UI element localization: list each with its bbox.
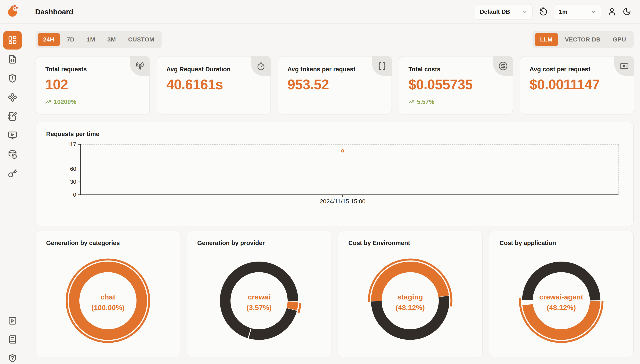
sidebar-item-file-code[interactable]: [6, 53, 19, 66]
sidebar-item-dashboard[interactable]: [3, 31, 22, 50]
tab-vector-db[interactable]: VECTOR DB: [559, 33, 606, 46]
tab-gpu[interactable]: GPU: [608, 33, 632, 46]
x-axis-tick: [342, 195, 343, 197]
app-root: Dashboard Default DB 1m 24H7D1M3MCUSTOM …: [0, 0, 640, 364]
stat-card: Avg tokens per request953.52: [278, 56, 392, 114]
chevron-down-icon: [591, 9, 596, 14]
square-play-icon: [8, 316, 17, 325]
tab-label: 3M: [108, 36, 116, 43]
x-axis-line: [80, 194, 618, 195]
tab-label: 24H: [43, 36, 54, 43]
sidebar-item-shield-alert[interactable]: [6, 72, 19, 85]
stat-card-title: Total costs: [408, 66, 440, 73]
key-icon: [8, 169, 17, 178]
user-profile-button[interactable]: [608, 7, 616, 17]
page-title: Dashboard: [35, 8, 73, 16]
components-icon: [8, 93, 17, 102]
interval-select[interactable]: 1m: [554, 4, 601, 20]
tab-24h[interactable]: 24H: [38, 33, 60, 46]
interval-select-value: 1m: [559, 8, 568, 15]
y-axis-tick: [78, 182, 80, 182]
y-tick-label: 117: [68, 141, 76, 148]
donut-card-title: Cost by Environment: [348, 240, 410, 246]
braces-icon: [377, 61, 387, 71]
sidebar-item-key[interactable]: [6, 167, 19, 180]
y-tick-label: 60: [70, 166, 76, 172]
donut-chart: crewai(3.57%): [217, 258, 302, 344]
x-tick-label: 2024/11/15 15:00: [320, 198, 366, 205]
stat-card: Total costs$0.0557355.57%: [399, 56, 513, 114]
y-axis-line: [80, 144, 81, 195]
stat-card-badge: [130, 56, 150, 76]
sidebar-item-notebook-pen[interactable]: [6, 110, 19, 123]
y-axis-tick: [78, 144, 80, 144]
sidebar-item-components[interactable]: [6, 91, 19, 104]
tab-label: VECTOR DB: [565, 36, 601, 43]
tab-7d[interactable]: 7D: [61, 33, 80, 46]
grid-line: [81, 169, 618, 169]
shield-question-icon: [8, 354, 17, 362]
chevron-down-icon: [522, 9, 528, 14]
antenna-icon: [135, 61, 144, 71]
shield-alert-icon: [8, 74, 17, 83]
history-icon: [539, 7, 548, 17]
moon-icon: [623, 8, 631, 16]
user-icon: [608, 7, 616, 16]
stopwatch-icon: [256, 61, 266, 71]
tab-3m[interactable]: 3M: [102, 33, 122, 46]
stat-card-title: Avg Request Duration: [166, 66, 230, 73]
stat-card-trend: 10200%: [45, 98, 76, 106]
sidebar-footer-item-book[interactable]: [6, 333, 19, 346]
database-select[interactable]: Default DB: [475, 4, 532, 20]
tab-label: GPU: [613, 36, 626, 43]
file-code-icon: [8, 54, 17, 64]
data-point: [341, 149, 344, 152]
refresh-history-button[interactable]: [539, 7, 548, 17]
y-axis-tick: [78, 169, 80, 169]
topbar: Dashboard Default DB 1m: [0, 0, 640, 24]
sidebar-item-database-backup[interactable]: [6, 148, 19, 161]
tab-label: CUSTOM: [128, 36, 154, 43]
stat-card-badge: [493, 56, 513, 76]
plot-right-border: [618, 144, 619, 195]
app-logo[interactable]: [4, 2, 21, 20]
chart-title: Requests per time: [46, 130, 99, 138]
stat-card-value: $0.0011147: [530, 76, 600, 92]
time-range-tabs: 24H7D1M3MCUSTOM: [36, 31, 162, 48]
trending-up-icon: [45, 99, 51, 105]
sidebar-footer-item-square-play[interactable]: [6, 314, 19, 327]
donut-card: Cost by applicationcrewai-agent(48.12%): [489, 231, 634, 357]
user-icon: [608, 7, 616, 17]
svg-text:(48.12%): (48.12%): [547, 304, 576, 312]
stat-card-value: 102: [45, 76, 68, 92]
tab-llm[interactable]: LLM: [534, 33, 558, 46]
svg-text:staging: staging: [398, 293, 423, 301]
moon-icon: [623, 8, 631, 16]
sidebar-item-monitor-play[interactable]: [6, 129, 19, 142]
stat-card-badge: [614, 56, 634, 76]
database-select-value: Default DB: [480, 8, 510, 15]
circle-dollar-icon: [498, 61, 508, 71]
y-tick-label: 30: [70, 178, 76, 185]
grid-line: [81, 182, 618, 182]
svg-text:chat: chat: [100, 293, 115, 301]
donut-card-title: Generation by provider: [197, 240, 265, 246]
stat-card-title: Total requests: [45, 66, 87, 73]
stat-card-trend-value: 5.57%: [417, 98, 434, 106]
notebook-pen-icon: [8, 112, 17, 121]
trending-up-icon: [408, 99, 414, 105]
sidebar-footer-item-shield-question[interactable]: [6, 352, 19, 364]
stat-card: Avg Request Duration40.6161s: [156, 56, 271, 114]
svg-text:crewai-agent: crewai-agent: [539, 293, 583, 301]
tab-custom[interactable]: CUSTOM: [122, 33, 160, 46]
donut-card-title: Cost by application: [500, 240, 556, 246]
donut-chart: chat(100.00%): [66, 258, 150, 344]
topbar-actions: Default DB 1m: [475, 4, 631, 20]
svg-text:crewai: crewai: [248, 293, 270, 301]
tab-1m[interactable]: 1M: [81, 33, 101, 46]
banknote-icon: [620, 61, 629, 71]
stat-card-trend: 5.57%: [408, 98, 434, 106]
requests-line-plot: 030601172024/11/15 15:00: [81, 144, 618, 195]
theme-toggle-button[interactable]: [623, 8, 631, 16]
scope-tabs: LLMVECTOR DBGPU: [532, 31, 634, 48]
